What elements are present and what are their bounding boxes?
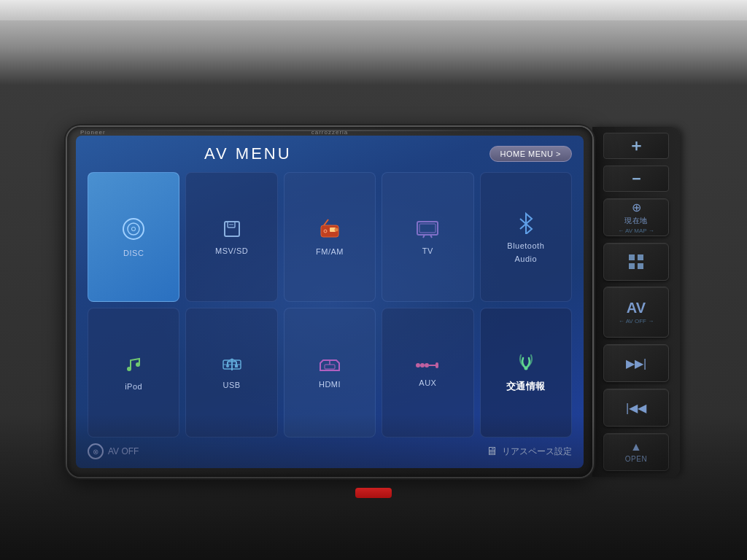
car-dashboard: Pioneer carrozzeria AV MENU HOME MENU > (0, 0, 747, 560)
hdmi-label: HDMI (319, 380, 341, 389)
top-strip (0, 0, 747, 20)
next-track-button[interactable]: ▶▶| (603, 344, 669, 382)
bt-label1: Bluetooth (507, 241, 544, 250)
grid-icon (627, 253, 645, 271)
svg-rect-38 (629, 254, 635, 260)
svg-rect-4 (225, 222, 239, 236)
brand-carrozzeria: carrozzeria (311, 129, 349, 136)
hdmi-icon (317, 357, 342, 376)
bluetooth-icon (516, 211, 536, 237)
svg-rect-39 (638, 254, 643, 260)
volume-down-button[interactable]: － (603, 166, 669, 192)
red-button[interactable] (355, 488, 392, 498)
av-button[interactable]: AV ← AV OFF → (603, 287, 669, 338)
svg-rect-26 (235, 365, 238, 368)
location-icon: ⊕ (632, 201, 641, 214)
menu-item-msv[interactable]: MSV/SD (185, 172, 277, 302)
svg-point-11 (334, 228, 338, 232)
ipod-label: iPod (125, 382, 142, 391)
screen-header: AV MENU HOME MENU > (88, 144, 572, 163)
menu-item-tv[interactable]: TV (382, 172, 473, 302)
volume-down-icon: － (628, 168, 644, 190)
svg-point-34 (425, 363, 429, 368)
tv-icon (416, 219, 439, 242)
msv-icon (222, 219, 242, 242)
svg-rect-30 (325, 365, 335, 369)
svg-point-33 (420, 363, 425, 368)
home-menu-button[interactable]: HOME MENU > (489, 146, 572, 162)
traffic-icon (514, 352, 538, 376)
usb-icon (221, 356, 243, 376)
prev-icon: |◀◀ (626, 401, 646, 415)
bt-label2: Audio (514, 254, 537, 263)
svg-rect-41 (638, 263, 643, 269)
aux-label: AUX (419, 378, 436, 387)
dashboard-bottom (0, 414, 747, 560)
volume-up-icon: ＋ (628, 135, 644, 157)
av-menu-title: AV MENU (204, 144, 292, 163)
av-icon: AV (627, 300, 646, 316)
location-sublabel: ← AV MAP → (618, 228, 654, 234)
ipod-icon (123, 354, 144, 378)
grid-menu-button[interactable] (603, 243, 669, 281)
next-icon: ▶▶| (626, 357, 646, 370)
av-sublabel: ← AV OFF → (619, 318, 654, 324)
current-location-button[interactable]: ⊕ 現在地 ← AV MAP → (603, 198, 669, 236)
svg-point-37 (524, 367, 527, 370)
fm-icon (318, 218, 341, 243)
svg-rect-36 (436, 362, 438, 368)
svg-line-8 (324, 219, 328, 225)
disc-label: DISC (123, 249, 144, 257)
menu-item-bluetooth[interactable]: Bluetooth Audio (480, 172, 572, 302)
location-label: 現在地 (624, 216, 648, 226)
menu-item-fmam[interactable]: FM/AM (284, 172, 376, 302)
usb-label: USB (223, 381, 241, 389)
menu-item-disc[interactable]: DISC (88, 172, 179, 302)
menu-grid: DISC MSV/SD (88, 172, 572, 438)
svg-point-3 (132, 228, 135, 230)
svg-point-25 (226, 365, 229, 368)
svg-point-20 (136, 362, 140, 367)
svg-point-19 (127, 367, 131, 371)
brand-pioneer: Pioneer (80, 129, 106, 136)
volume-up-button[interactable]: ＋ (603, 133, 669, 159)
svg-rect-40 (629, 263, 635, 269)
traffic-label: 交通情報 (506, 380, 546, 393)
svg-line-18 (520, 224, 526, 229)
svg-point-32 (416, 363, 420, 368)
aux-icon (415, 359, 440, 374)
tv-label: TV (422, 246, 433, 255)
svg-rect-13 (419, 224, 436, 233)
svg-line-17 (520, 219, 526, 224)
disc-icon (122, 217, 145, 244)
msv-label: MSV/SD (215, 246, 248, 255)
fmam-label: FM/AM (316, 247, 344, 256)
